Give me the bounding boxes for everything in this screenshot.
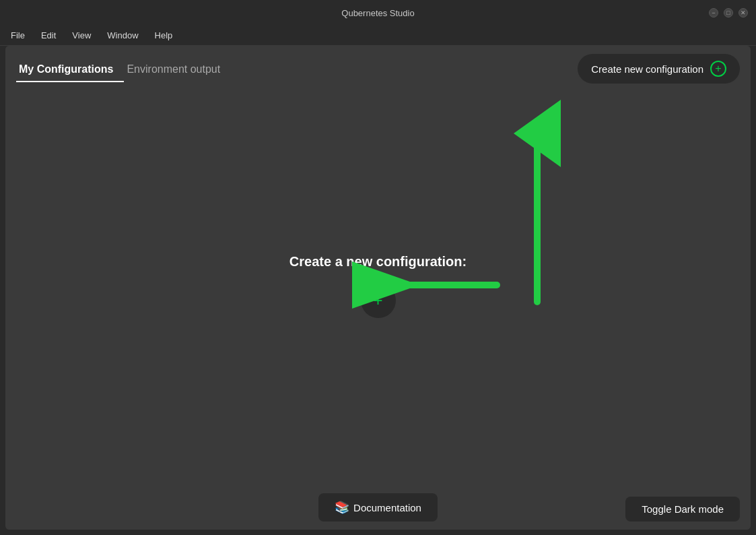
documentation-button[interactable]: 📚 Documentation	[318, 493, 438, 522]
footer: 📚 Documentation Toggle Dark mode	[5, 485, 751, 530]
menu-file[interactable]: File	[8, 29, 28, 42]
tab-bar: My Configurations Environment output Cre…	[5, 46, 751, 86]
add-configuration-button[interactable]: +	[361, 283, 396, 318]
empty-state-title: Create a new configuration:	[289, 254, 467, 270]
create-new-plus-icon: +	[710, 61, 726, 77]
toggle-dark-mode-button[interactable]: Toggle Dark mode	[625, 497, 740, 522]
menu-view[interactable]: View	[69, 29, 94, 42]
close-button[interactable]: ✕	[738, 8, 748, 18]
maximize-button[interactable]: □	[724, 8, 733, 18]
menu-help[interactable]: Help	[152, 29, 176, 42]
tabs: My Configurations Environment output	[16, 58, 231, 82]
menu-edit[interactable]: Edit	[38, 29, 59, 42]
minimize-button[interactable]: −	[709, 8, 718, 18]
window-controls: − □ ✕	[709, 8, 748, 18]
empty-state: Create a new configuration: +	[289, 254, 467, 318]
tab-environment-output[interactable]: Environment output	[124, 58, 231, 82]
create-new-configuration-button[interactable]: Create new configuration +	[578, 54, 740, 84]
app-title: Qubernetes Studio	[341, 8, 414, 18]
tab-my-configurations[interactable]: My Configurations	[16, 58, 124, 82]
docs-icon: 📚	[335, 500, 349, 515]
main-body: Create a new configuration: +	[5, 86, 751, 485]
menu-window[interactable]: Window	[104, 29, 141, 42]
title-bar: Qubernetes Studio − □ ✕	[0, 0, 756, 26]
main-window: My Configurations Environment output Cre…	[5, 46, 751, 530]
menu-bar: File Edit View Window Help	[0, 26, 756, 46]
docs-label: Documentation	[353, 502, 421, 513]
create-new-label: Create new configuration	[591, 63, 703, 75]
